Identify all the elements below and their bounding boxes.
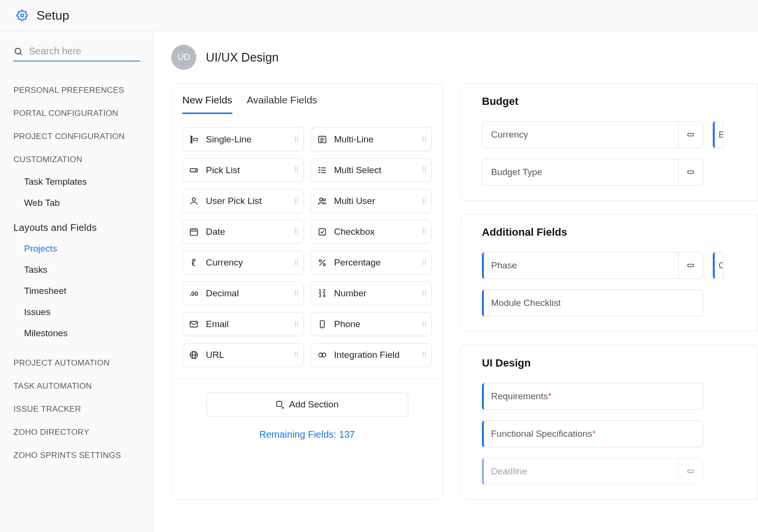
section-row: Deadline: [482, 458, 758, 485]
svg-line-2: [20, 53, 22, 55]
remaining-fields: Remaining Fields: 137: [182, 429, 432, 440]
section-additional-fields: Additional FieldsPhaseCModule Checklist: [460, 214, 758, 331]
add-section-label: Add Section: [289, 399, 338, 410]
single-line-icon: [189, 135, 199, 144]
layout-field[interactable]: Phase: [482, 252, 703, 279]
section-row: Module Checklist: [482, 290, 758, 317]
layout-field-peek[interactable]: C: [713, 252, 723, 279]
drag-handle-icon[interactable]: ⠿: [294, 290, 298, 297]
multi-line-icon: [317, 135, 328, 144]
field-type-label: Email: [206, 319, 287, 329]
search-input[interactable]: [29, 46, 151, 57]
nav-zoho-directory[interactable]: ZOHO DIRECTORY: [13, 421, 140, 444]
drag-handle-icon[interactable]: ⠿: [294, 197, 298, 205]
layout-field[interactable]: Requirements*: [482, 383, 703, 410]
currency-icon: [189, 258, 199, 267]
field-type-decimal[interactable]: .00 Decimal ⠿: [182, 281, 304, 305]
field-type-percentage[interactable]: Percentage ⠿: [311, 251, 432, 275]
drag-handle-icon[interactable]: ⠿: [294, 166, 298, 174]
nav-customization[interactable]: CUSTOMIZATION: [13, 148, 140, 171]
nav-timesheet[interactable]: Timesheet: [24, 280, 140, 302]
drag-handle-icon[interactable]: ⠿: [422, 320, 426, 328]
multi-user-icon: [317, 196, 328, 206]
nav-layouts-and-fields[interactable]: Layouts and Fields: [13, 214, 140, 238]
date-icon: [189, 227, 199, 237]
nav-issues[interactable]: Issues: [24, 302, 140, 323]
svg-rect-38: [688, 264, 694, 266]
nav-tasks[interactable]: Tasks: [24, 259, 140, 280]
field-type-pick-list[interactable]: Pick List ⠿: [182, 158, 304, 182]
svg-rect-16: [190, 229, 198, 235]
nav-personal-preferences[interactable]: PERSONAL PREFERENCES: [13, 79, 140, 102]
add-section-button[interactable]: Add Section: [206, 393, 408, 417]
field-type-single-line[interactable]: Single-Line ⠿: [182, 127, 304, 152]
field-type-checkbox[interactable]: Checkbox ⠿: [311, 220, 432, 244]
field-type-integration-field[interactable]: Integration Field ⠿: [311, 343, 432, 367]
drag-handle-icon[interactable]: ⠿: [422, 197, 426, 205]
project-name: UI/UX Design: [206, 51, 278, 64]
percentage-icon: [317, 258, 328, 267]
field-type-indicator-icon: [678, 252, 703, 279]
drag-handle-icon[interactable]: ⠿: [422, 228, 426, 236]
field-type-label: User Pick List: [206, 196, 287, 206]
tab-available-fields[interactable]: Available Fields: [247, 94, 317, 114]
drag-handle-icon[interactable]: ⠿: [294, 320, 298, 328]
svg-rect-39: [688, 470, 694, 472]
field-type-multi-line[interactable]: Multi-Line ⠿: [311, 127, 432, 152]
topbar: Setup: [0, 0, 758, 31]
field-type-url[interactable]: URL ⠿: [182, 343, 304, 367]
field-type-currency[interactable]: Currency ⠿: [182, 251, 304, 275]
nav-zoho-sprints-settings[interactable]: ZOHO SPRINTS SETTINGS: [13, 444, 140, 467]
drag-handle-icon[interactable]: ⠿: [422, 166, 426, 174]
field-type-multi-select[interactable]: Multi Select ⠿: [311, 158, 432, 182]
field-type-multi-user[interactable]: Multi User ⠿: [311, 189, 432, 213]
field-type-email[interactable]: Email ⠿: [182, 312, 304, 336]
svg-point-13: [192, 198, 196, 201]
field-type-indicator-icon: [678, 458, 703, 485]
nav-task-templates[interactable]: Task Templates: [24, 171, 140, 192]
layout-field[interactable]: Budget Type: [482, 159, 703, 186]
field-type-label: Phone: [334, 319, 416, 329]
search-wrap: [13, 46, 140, 62]
field-type-indicator-icon: [678, 121, 703, 148]
drag-handle-icon[interactable]: ⠿: [422, 351, 426, 359]
field-type-label: Pick List: [206, 165, 287, 176]
field-type-date[interactable]: Date ⠿: [182, 220, 304, 244]
tabs: New Fields Available Fields: [172, 84, 442, 114]
drag-handle-icon[interactable]: ⠿: [422, 259, 426, 266]
svg-line-22: [319, 260, 325, 266]
layout-field-peek[interactable]: B: [713, 121, 723, 148]
drag-handle-icon[interactable]: ⠿: [294, 228, 298, 236]
user-pick-list-icon: [189, 196, 199, 206]
field-type-label: Date: [206, 227, 287, 237]
field-type-number[interactable]: 1 23 4 Number ⠿: [311, 281, 432, 305]
nav-milestones[interactable]: Milestones: [24, 323, 140, 344]
project-header: UD UI/UX Design: [171, 45, 758, 70]
drag-handle-icon[interactable]: ⠿: [422, 136, 426, 143]
section-row: Functional Specifications*: [482, 420, 758, 447]
layout-field[interactable]: Functional Specifications*: [482, 420, 703, 447]
nav-project-configuration[interactable]: PROJECT CONFIGURATION: [13, 125, 140, 148]
nav-project-automation[interactable]: PROJECT AUTOMATION: [13, 352, 140, 375]
nav-projects[interactable]: Projects: [24, 238, 140, 259]
field-type-phone[interactable]: Phone ⠿: [311, 312, 432, 336]
number-icon: 1 23 4: [317, 289, 328, 298]
layout-field[interactable]: Deadline: [482, 458, 703, 485]
content: UD UI/UX Design New Fields Available Fie…: [154, 31, 758, 532]
drag-handle-icon[interactable]: ⠿: [294, 351, 298, 359]
tab-new-fields[interactable]: New Fields: [182, 94, 232, 114]
field-type-indicator-icon: [678, 159, 703, 186]
layout-field[interactable]: Currency: [482, 121, 703, 148]
nav-portal-configuration[interactable]: PORTAL CONFIGURATION: [13, 102, 140, 125]
drag-handle-icon[interactable]: ⠿: [294, 259, 298, 266]
nav-web-tab[interactable]: Web Tab: [24, 192, 140, 214]
field-type-user-pick-list[interactable]: User Pick List ⠿: [182, 189, 304, 213]
layout-field[interactable]: Module Checklist: [482, 290, 703, 317]
checkbox-icon: [317, 227, 328, 237]
drag-handle-icon[interactable]: ⠿: [422, 290, 426, 297]
svg-point-23: [319, 260, 321, 262]
drag-handle-icon[interactable]: ⠿: [294, 136, 298, 143]
nav-issue-tracker[interactable]: ISSUE TRACKER: [13, 398, 140, 421]
email-icon: [189, 319, 199, 329]
nav-task-automation[interactable]: TASK AUTOMATION: [13, 375, 140, 398]
